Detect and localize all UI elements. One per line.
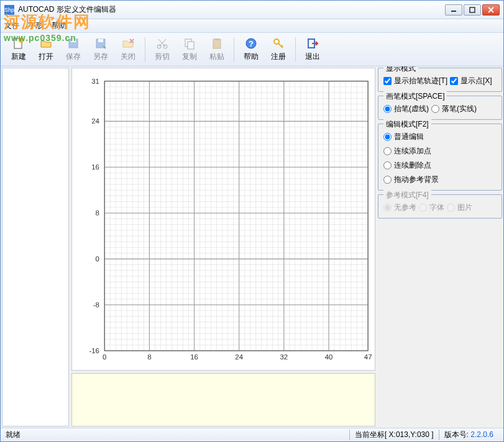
edit-dragbg-radio[interactable]: 拖动参考背景 — [383, 174, 439, 185]
copy-icon — [183, 37, 196, 50]
edit-mode-group: 编辑模式[F2] 普通编辑 连续添加点 连续删除点 拖动参考背景 — [378, 124, 502, 191]
svg-text:24: 24 — [91, 117, 99, 125]
status-version: 版本号: 2.2.0.6 — [439, 430, 498, 440]
open-folder-icon — [39, 37, 53, 50]
save-icon — [66, 37, 80, 50]
svg-line-14 — [159, 39, 166, 47]
show-points-checkbox[interactable]: 显示点[X] — [450, 76, 492, 86]
svg-line-15 — [158, 39, 165, 47]
svg-text:40: 40 — [325, 353, 333, 361]
toolbar: 新建 打开 保存 另存 关闭 剪切 复制 粘贴 — [1, 33, 503, 66]
main-area: 081624324047-16-808162431 显示模式 显示抬笔轨迹[T]… — [1, 66, 503, 428]
exit-icon — [306, 37, 319, 50]
toolbar-separator — [145, 37, 145, 62]
saveas-button: 另存 — [88, 35, 114, 64]
window-controls — [445, 4, 500, 16]
window-title: AUTOCAD 形定义文件编辑器 — [18, 4, 445, 15]
new-file-icon — [12, 37, 25, 50]
shape-list-sidebar[interactable] — [2, 68, 69, 426]
pen-up-radio[interactable]: 抬笔(虚线) — [383, 104, 429, 114]
svg-rect-19 — [215, 38, 219, 40]
minimize-button[interactable] — [445, 4, 462, 16]
svg-text:16: 16 — [190, 353, 198, 361]
svg-text:16: 16 — [91, 163, 99, 171]
close-button[interactable] — [482, 4, 500, 16]
help-icon: ? — [244, 37, 258, 50]
svg-text:-16: -16 — [89, 347, 99, 354]
svg-text:0: 0 — [103, 353, 106, 361]
cut-button: 剪切 — [149, 35, 175, 64]
app-icon: Shp — [4, 5, 14, 15]
toolbar-separator — [295, 37, 296, 62]
svg-point-5 — [19, 38, 24, 43]
svg-text:-8: -8 — [93, 301, 99, 309]
grid-canvas[interactable]: 081624324047-16-808162431 — [71, 68, 375, 371]
reference-mode-group: 参考模式[F4] 无参考 字体 图片 — [378, 194, 502, 219]
svg-text:24: 24 — [235, 353, 243, 361]
pen-down-radio[interactable]: 落笔(实线) — [431, 104, 477, 114]
titlebar: Shp AUTOCAD 形定义文件编辑器 — [1, 1, 503, 19]
status-ready: 就绪 — [6, 430, 349, 440]
menu-help[interactable]: 帮助 — [52, 20, 66, 31]
saveas-icon — [94, 37, 108, 50]
log-panel[interactable] — [71, 373, 375, 426]
ref-none-radio: 无参考 — [383, 202, 416, 213]
menubar: 文件 字形 帮助 — [1, 19, 503, 33]
new-button[interactable]: 新建 — [6, 35, 32, 64]
status-coord: 当前坐标[ X:013,Y:030 ] — [349, 430, 439, 440]
help-button[interactable]: ? 帮助 — [238, 35, 264, 64]
key-icon — [272, 37, 285, 50]
show-trace-checkbox[interactable]: 显示抬笔轨迹[T] — [383, 76, 447, 86]
toolbar-separator — [234, 37, 234, 62]
svg-text:32: 32 — [280, 353, 288, 361]
open-button[interactable]: 打开 — [33, 35, 59, 64]
svg-text:47: 47 — [364, 353, 372, 361]
svg-text:8: 8 — [96, 209, 99, 217]
options-panel: 显示模式 显示抬笔轨迹[T] 显示点[X] 画笔模式[SPACE] 抬笔(虚线)… — [378, 68, 502, 426]
svg-rect-9 — [98, 39, 103, 42]
svg-rect-17 — [188, 42, 194, 49]
grid-plot: 081624324047-16-808162431 — [72, 68, 375, 370]
maximize-button[interactable] — [464, 4, 481, 16]
svg-rect-18 — [213, 39, 221, 48]
svg-text:?: ? — [249, 39, 254, 48]
save-button: 保存 — [60, 35, 86, 64]
svg-text:0: 0 — [96, 255, 99, 263]
close-file-button: 关闭 — [115, 35, 141, 64]
scissors-icon — [155, 37, 169, 50]
svg-line-24 — [282, 45, 283, 47]
edit-addpoint-radio[interactable]: 连续添加点 — [383, 146, 431, 156]
register-button[interactable]: 注册 — [265, 35, 291, 64]
ref-image-radio: 图片 — [447, 202, 472, 213]
edit-normal-radio[interactable]: 普通编辑 — [383, 132, 424, 142]
exit-button[interactable]: 退出 — [300, 35, 326, 64]
paste-button: 粘贴 — [204, 35, 230, 64]
svg-point-22 — [274, 39, 279, 44]
paste-icon — [210, 37, 224, 50]
pen-mode-group: 画笔模式[SPACE] 抬笔(虚线) 落笔(实线) — [378, 96, 502, 120]
svg-rect-1 — [470, 7, 475, 12]
svg-rect-7 — [71, 39, 76, 42]
edit-delpoint-radio[interactable]: 连续删除点 — [383, 160, 431, 171]
svg-text:8: 8 — [147, 353, 151, 361]
menu-shape[interactable]: 字形 — [28, 20, 43, 31]
menu-file[interactable]: 文件 — [4, 20, 19, 31]
copy-button: 复制 — [176, 35, 203, 64]
center-column: 081624324047-16-808162431 — [71, 68, 375, 426]
display-mode-group: 显示模式 显示抬笔轨迹[T] 显示点[X] — [378, 68, 502, 92]
close-file-icon — [121, 37, 135, 50]
statusbar: 就绪 当前坐标[ X:013,Y:030 ] 版本号: 2.2.0.6 — [1, 428, 503, 441]
svg-text:31: 31 — [91, 78, 99, 85]
app-window: Shp AUTOCAD 形定义文件编辑器 文件 字形 帮助 新建 打开 保存 另… — [0, 0, 504, 442]
ref-font-radio: 字体 — [419, 202, 444, 213]
